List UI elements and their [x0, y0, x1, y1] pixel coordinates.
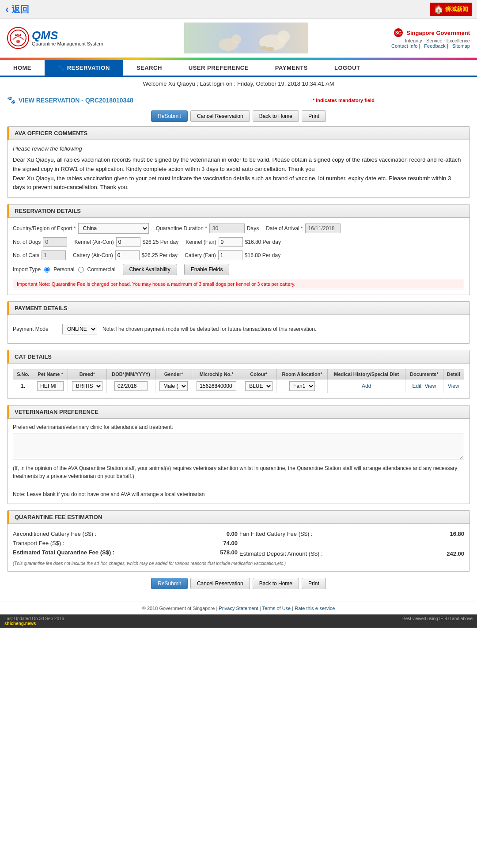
- footer-bottom-right: Best viewed using IE 9.0 and above: [402, 616, 473, 626]
- kennel-fan-price: $16.80 Per day: [245, 239, 281, 245]
- payment-details-header: PAYMENT DETAILS: [8, 302, 469, 315]
- svg-point-0: [10, 30, 26, 46]
- payment-details-section: PAYMENT DETAILS Payment Mode ONLINE Note…: [7, 301, 470, 344]
- vet-textarea[interactable]: [13, 433, 464, 459]
- import-commercial-radio[interactable]: [78, 267, 84, 273]
- check-availability-button[interactable]: Check Availability: [123, 264, 177, 275]
- room-select[interactable]: Fan1: [289, 381, 315, 391]
- ava-comment-text: Dear Xu Qiaoyu, all rabies vaccination r…: [13, 155, 464, 192]
- view-documents-link[interactable]: View: [425, 383, 436, 389]
- print-button-bottom[interactable]: Print: [302, 578, 326, 589]
- svg-point-7: [267, 47, 274, 51]
- back-arrow-icon: ‹: [5, 3, 9, 15]
- svg-point-6: [260, 46, 267, 50]
- no-of-dogs-input[interactable]: [43, 237, 67, 247]
- colour-select[interactable]: BLUE: [245, 381, 273, 391]
- resubmit-button-top[interactable]: ReSubmit: [151, 110, 188, 122]
- cattery-fan-label: Cattery (Fan): [185, 252, 216, 258]
- cat-details-section: CAT DETAILS S.No. Pet Name * Breed* DOB*…: [7, 350, 470, 399]
- no-of-cats-input[interactable]: [42, 250, 66, 260]
- page-content: 🐾 VIEW RESERVATION - QRC2018010348 * Ind…: [0, 91, 477, 597]
- vet-preference-header: VETERINARIAN PREFERENCE: [8, 406, 469, 419]
- nav-reservation[interactable]: 🐾 RESERVATION: [45, 60, 123, 76]
- pet-name-input[interactable]: [37, 381, 64, 391]
- back-button[interactable]: ‹ 返回: [5, 3, 29, 15]
- estimated-total-label: Estimated Total Quarantine Fee (S$) :: [13, 549, 114, 556]
- import-personal-radio[interactable]: [44, 267, 50, 273]
- sitemap-link[interactable]: Sitemap: [452, 43, 470, 49]
- resubmit-button-bottom[interactable]: ReSubmit: [151, 578, 188, 589]
- nav-home[interactable]: HOME: [0, 60, 45, 76]
- fee-left: Airconditioned Cattery Fee (S$) : 0.00 T…: [13, 529, 238, 558]
- microchip-input[interactable]: [197, 381, 236, 391]
- page-title: VIEW RESERVATION - QRC2018010348: [19, 97, 133, 104]
- nav-payments[interactable]: PAYMENTS: [262, 60, 321, 76]
- payment-details-body: Payment Mode ONLINE Note:The chosen paym…: [8, 315, 469, 343]
- no-of-cats-label: No. of Cats: [13, 252, 39, 258]
- house-icon: 🏠: [434, 4, 443, 14]
- print-button-top[interactable]: Print: [302, 110, 326, 122]
- top-bar: ‹ 返回 🏠 狮城新闻: [0, 0, 477, 19]
- cell-detail: View: [443, 379, 464, 393]
- contact-info-link[interactable]: Contact Info: [391, 43, 417, 49]
- edit-documents-link[interactable]: Edit: [413, 383, 422, 389]
- nav-search[interactable]: SEARCH: [123, 60, 175, 76]
- date-of-arrival-label: Date of Arrival *: [266, 225, 303, 231]
- enable-fields-button[interactable]: Enable Fields: [184, 264, 230, 275]
- paw-icon: 🐾: [7, 96, 16, 104]
- vet-preference-body: Preferred veterinarian/veterinary clinic…: [8, 419, 469, 504]
- cancel-button-bottom[interactable]: Cancel Reservation: [190, 578, 250, 589]
- footer: © 2018 Government of Singapore | Privacy…: [0, 602, 477, 614]
- footer-privacy-link[interactable]: Privacy Statement: [219, 606, 258, 611]
- site-header: AVA QMS Quarantine Management System: [0, 19, 477, 58]
- table-row: 1. BRITIS: [13, 379, 464, 393]
- page-title-area: 🐾 VIEW RESERVATION - QRC2018010348 * Ind…: [7, 94, 470, 106]
- mandatory-note: * Indicates mandatory field: [313, 98, 375, 103]
- reservation-details-header: RESERVATION DETAILS: [8, 205, 469, 218]
- action-buttons-top: ReSubmit Cancel Reservation Back to Home…: [7, 110, 470, 122]
- aircon-cattery-label: Airconditioned Cattery Fee (S$) :: [13, 531, 96, 537]
- header-dog-image: [184, 23, 308, 53]
- kennel-aircon-input[interactable]: [116, 237, 140, 247]
- cancel-button-top[interactable]: Cancel Reservation: [190, 110, 250, 122]
- dob-input[interactable]: [114, 381, 148, 391]
- cell-dob: [107, 379, 155, 393]
- logo-text: 狮城新闻: [445, 5, 468, 13]
- cell-documents: Edit View: [405, 379, 443, 393]
- nav-user-preference[interactable]: USER PREFERENCE: [175, 60, 262, 76]
- col-dob: DOB*(MM/YYYY): [107, 369, 155, 379]
- ava-officer-comments-section: AVA OFFICER COMMENTS Please review the f…: [7, 126, 470, 198]
- vet-note1: (If, in the opinion of the AVA Quarantin…: [13, 464, 464, 480]
- feedback-link[interactable]: Feedback: [424, 43, 445, 49]
- cattery-fan-input[interactable]: [218, 250, 242, 260]
- col-medical: Medical History/Special Diet: [328, 369, 405, 379]
- estimated-deposit-row: Estimated Deposit Amount (S$) : 242.00: [239, 549, 464, 558]
- cat-details-body: S.No. Pet Name * Breed* DOB*(MM/YYYY) Ge…: [8, 364, 469, 398]
- quarantine-duration-input[interactable]: [209, 224, 245, 233]
- footer-rate-link[interactable]: Rate this e-service: [295, 606, 335, 611]
- add-medical-link[interactable]: Add: [362, 383, 371, 389]
- import-commercial-label: Commercial: [87, 266, 116, 273]
- site-brand: shicheng.news: [4, 621, 36, 626]
- import-type-label: Import Type: [13, 266, 41, 273]
- back-home-button-top[interactable]: Back to Home: [253, 110, 299, 122]
- col-gender: Gender*: [155, 369, 192, 379]
- gender-select[interactable]: Male (: [159, 381, 188, 391]
- breed-select[interactable]: BRITIS: [72, 381, 102, 391]
- payment-mode-select[interactable]: ONLINE: [62, 324, 97, 334]
- kennel-fan-input[interactable]: [219, 237, 243, 247]
- back-home-button-bottom[interactable]: Back to Home: [253, 578, 299, 589]
- fee-right: Fan Fitted Cattery Fee (S$) : 16.80 Esti…: [239, 529, 464, 558]
- fee-disclaimer: (This quarantine fee does not include th…: [13, 561, 464, 566]
- col-colour: Colour*: [241, 369, 277, 379]
- vet-preferred-label: Preferred veterinarian/veterinary clinic…: [13, 424, 464, 430]
- footer-bottom: Last Updated On 30 Sep 2016 shicheng.new…: [0, 614, 477, 628]
- view-detail-link[interactable]: View: [448, 383, 459, 389]
- cattery-aircon-input[interactable]: [115, 250, 140, 260]
- country-select[interactable]: China: [78, 223, 149, 234]
- footer-terms-link[interactable]: Terms of Use: [262, 606, 291, 611]
- col-pet-name: Pet Name *: [33, 369, 68, 379]
- date-of-arrival-input[interactable]: [305, 224, 341, 233]
- nav-logout[interactable]: LOGOUT: [321, 60, 374, 76]
- sg-gov-tagline: Integrity · Service · Excellence: [389, 38, 470, 43]
